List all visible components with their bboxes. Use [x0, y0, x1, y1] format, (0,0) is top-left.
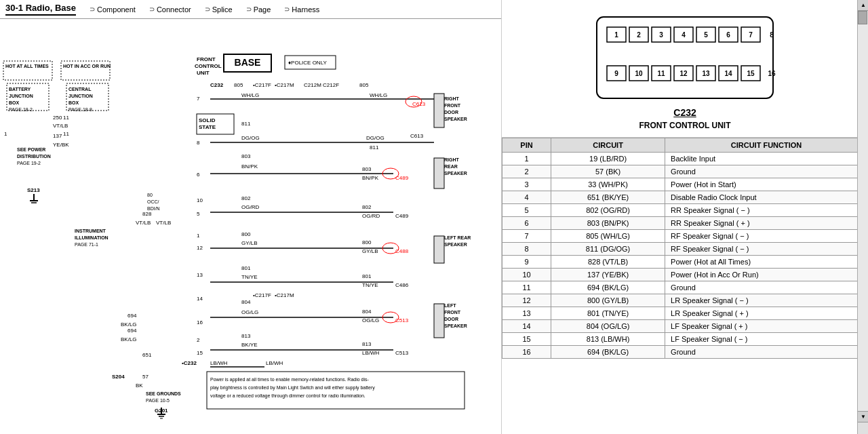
- svg-text:VT/LB: VT/LB: [136, 220, 151, 226]
- table-row: 119 (LB/RD)Backlite Input: [502, 153, 868, 165]
- cell-circuit: 805 (WH/LG): [551, 230, 665, 243]
- table-row: 15813 (LB/WH)LF Speaker Signal ( − ): [502, 333, 868, 346]
- svg-text:803: 803: [241, 153, 251, 159]
- table-row: 6803 (BN/PK)RR Speaker Signal ( + ): [502, 217, 868, 230]
- cell-circuit: 811 (DG/OG): [551, 243, 665, 256]
- cell-function: RF Speaker Signal ( − ): [665, 230, 868, 243]
- svg-text:250: 250: [53, 115, 62, 121]
- connector-arrow: ⊃: [149, 5, 155, 13]
- svg-text:6: 6: [197, 172, 200, 178]
- svg-text:803: 803: [362, 166, 372, 172]
- svg-text:2: 2: [197, 337, 200, 343]
- cell-circuit: 19 (LB/RD): [551, 153, 665, 165]
- svg-text:SPEAKER: SPEAKER: [444, 323, 467, 328]
- svg-text:UNIT: UNIT: [197, 70, 210, 76]
- wiring-area: 30-1 Radio, Base ⊃ Component ⊃ Connector…: [0, 0, 502, 434]
- svg-text:5: 5: [704, 31, 708, 39]
- svg-text:SPEAKER: SPEAKER: [444, 242, 467, 247]
- cell-pin: 15: [502, 333, 551, 346]
- nav-component[interactable]: ⊃ Component: [90, 5, 136, 14]
- svg-text:BOX: BOX: [68, 100, 79, 105]
- svg-text:RIGHT: RIGHT: [444, 157, 460, 162]
- svg-text:11: 11: [657, 70, 665, 77]
- cell-pin: 8: [502, 243, 551, 256]
- svg-text:1: 1: [4, 131, 7, 137]
- svg-text:10: 10: [197, 197, 203, 203]
- cell-function: RR Speaker Signal ( + ): [665, 217, 868, 230]
- svg-text:DOOR: DOOR: [444, 110, 458, 115]
- cell-circuit: 800 (GY/LB): [551, 294, 665, 307]
- svg-text:GY/LB: GY/LB: [362, 248, 378, 254]
- col-function: CIRCUIT FUNCTION: [665, 138, 868, 153]
- cell-function: LR Speaker Signal ( + ): [665, 307, 868, 320]
- cell-function: Power (Hot in Start): [665, 178, 868, 191]
- cell-function: Ground: [665, 346, 868, 359]
- svg-text:BK/LG: BK/LG: [121, 336, 137, 342]
- svg-text:Power is applied at all times : Power is applied at all times to enable …: [210, 377, 370, 382]
- svg-text:WH/LG: WH/LG: [241, 92, 259, 98]
- table-row: 11694 (BK/LG)Ground: [502, 281, 868, 294]
- svg-text:BK: BK: [136, 382, 143, 389]
- svg-text:15: 15: [747, 70, 755, 77]
- svg-text:3: 3: [659, 31, 663, 39]
- connector-svg: 1 2 3 4 5 6 7: [583, 10, 787, 105]
- svg-text:play brightness is controlled : play brightness is controlled by Main Li…: [210, 385, 375, 391]
- table-row: 16694 (BK/LG)Ground: [502, 346, 868, 359]
- cell-pin: 4: [502, 191, 551, 204]
- svg-text:S213: S213: [27, 187, 40, 193]
- svg-text:DG/OG: DG/OG: [366, 135, 384, 141]
- svg-text:OG/RD: OG/RD: [362, 213, 380, 219]
- svg-text:PAGE 10-5: PAGE 10-5: [146, 398, 170, 403]
- table-row: 257 (BK)Ground: [502, 165, 868, 178]
- svg-text:FRONT: FRONT: [444, 103, 461, 108]
- svg-text:811: 811: [370, 144, 379, 151]
- cell-circuit: 57 (BK): [551, 165, 665, 178]
- svg-text:BOX: BOX: [9, 100, 20, 105]
- scroll-down-button[interactable]: ▼: [858, 411, 868, 422]
- cell-circuit: 804 (OG/LG): [551, 320, 665, 333]
- svg-text:BK/LG: BK/LG: [121, 321, 137, 328]
- svg-text:137: 137: [53, 133, 62, 139]
- svg-text:80: 80: [147, 193, 153, 197]
- cell-function: Power (Hot in Acc Or Run): [665, 269, 868, 281]
- svg-text:PAGE 19-2: PAGE 19-2: [17, 161, 41, 165]
- svg-rect-107: [434, 304, 444, 338]
- nav-page[interactable]: ⊃ Page: [246, 5, 271, 14]
- cell-function: Ground: [665, 281, 868, 294]
- svg-text:PAGE 18-8: PAGE 18-8: [68, 107, 92, 112]
- component-label: Component: [97, 5, 136, 14]
- svg-text:BATTERY: BATTERY: [9, 87, 31, 92]
- cell-pin: 11: [502, 281, 551, 294]
- svg-text:800: 800: [241, 231, 251, 237]
- svg-text:YE/BK: YE/BK: [53, 142, 69, 148]
- table-row: 5802 (OG/RD)RR Speaker Signal ( − ): [502, 204, 868, 217]
- nav-harness[interactable]: ⊃ Harness: [284, 5, 319, 14]
- svg-text:•C232: •C232: [182, 360, 197, 366]
- svg-text:JUNCTION: JUNCTION: [9, 94, 33, 98]
- svg-text:801: 801: [241, 265, 251, 271]
- cell-circuit: 813 (LB/WH): [551, 333, 665, 346]
- svg-text:BASE: BASE: [235, 57, 261, 68]
- svg-text:12: 12: [197, 245, 203, 251]
- nav-connector[interactable]: ⊃ Connector: [149, 5, 191, 14]
- cell-circuit: 694 (BK/LG): [551, 346, 665, 359]
- svg-text:694: 694: [127, 313, 137, 319]
- splice-label: Splice: [212, 5, 233, 14]
- cell-pin: 7: [502, 230, 551, 243]
- svg-rect-87: [434, 236, 444, 263]
- svg-text:805: 805: [359, 82, 369, 88]
- cell-pin: 3: [502, 178, 551, 191]
- svg-text:7: 7: [749, 31, 753, 39]
- cell-pin: 1: [502, 153, 551, 165]
- scroll-thumb[interactable]: [858, 11, 867, 24]
- nav-splice[interactable]: ⊃ Splice: [205, 5, 233, 14]
- svg-text:2: 2: [637, 31, 641, 39]
- svg-text:C212M C212F: C212M C212F: [304, 82, 339, 88]
- table-row: 333 (WH/PK)Power (Hot in Start): [502, 178, 868, 191]
- scrollbar[interactable]: ▲ ▼ 17:11: [857, 0, 868, 434]
- scroll-up-button[interactable]: ▲: [858, 0, 868, 11]
- svg-text:7: 7: [197, 96, 200, 102]
- harness-label: Harness: [292, 5, 319, 14]
- svg-text:800: 800: [362, 239, 372, 245]
- svg-text:5: 5: [197, 211, 200, 217]
